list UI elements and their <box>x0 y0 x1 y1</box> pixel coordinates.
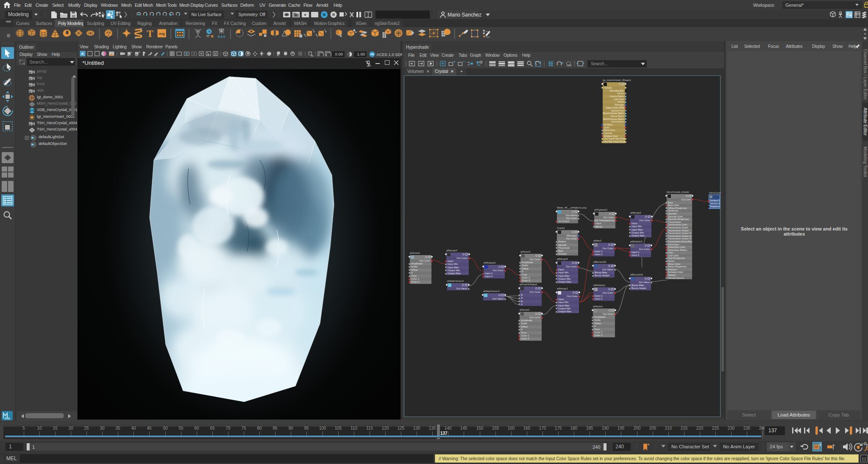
svg-text:0.0.0: 0.0.0 <box>218 35 225 39</box>
svg-text:svg: svg <box>159 32 165 36</box>
svg-text:T: T <box>215 53 217 56</box>
svg-text:⚙: ⚙ <box>304 14 306 16</box>
svg-text:AYA: AYA <box>4 417 10 420</box>
svg-text:A: A <box>81 52 84 56</box>
svg-text:T: T <box>147 28 153 39</box>
svg-text:ON: ON <box>370 53 374 56</box>
svg-text:{;}: {;} <box>862 457 866 461</box>
